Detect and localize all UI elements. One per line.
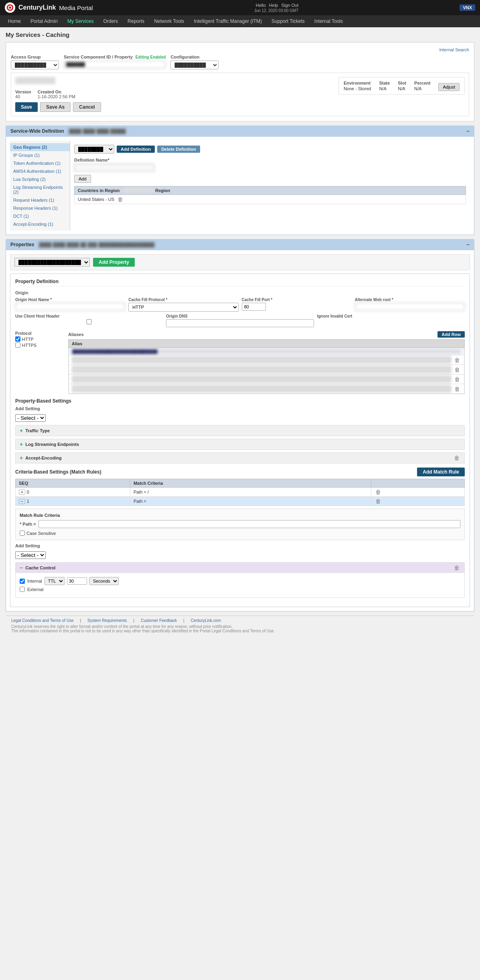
nav-reports[interactable]: Reports: [123, 15, 149, 27]
nav-internal-tools[interactable]: Internal Tools: [310, 15, 348, 27]
https-checkbox[interactable]: [15, 342, 20, 348]
footer-links: Legal Conditions and Terms of Use | Syst…: [11, 618, 469, 623]
delete-definition-button[interactable]: Delete Definition: [157, 146, 200, 153]
cache-control-body: Internal TTL 30 Seconds Minutes Hours Da…: [16, 573, 464, 597]
origin-dns-input[interactable]: [166, 319, 314, 327]
origin-host-input[interactable]: [15, 303, 125, 311]
page-title: My Services - Caching: [6, 31, 474, 38]
cache-fill-port-input[interactable]: 80: [242, 303, 266, 311]
add-row-button[interactable]: Add Row: [437, 331, 465, 338]
ttl-unit-select[interactable]: Seconds Minutes Hours Days: [89, 577, 119, 585]
criteria-add-setting-select[interactable]: - Select -: [15, 551, 46, 559]
nav-home[interactable]: Home: [3, 15, 26, 27]
footer-notice: CenturyLink reserves the right to alter …: [11, 624, 469, 629]
nav-orders[interactable]: Orders: [98, 15, 123, 27]
adjust-button[interactable]: Adjust: [438, 83, 460, 91]
match-criteria-1: Path =: [130, 497, 371, 506]
properties-content: ████████████████████ Add Property Proper…: [6, 250, 474, 611]
internal-checkbox[interactable]: [20, 579, 25, 584]
ttl-type-select[interactable]: TTL: [45, 577, 65, 585]
sidebar-item-log-streaming[interactable]: Log Streaming Endpoints (2): [10, 183, 70, 196]
sidebar-item-dct[interactable]: DCT (1): [10, 212, 70, 220]
log-streaming-header[interactable]: + Log Streaming Endpoints: [16, 439, 464, 450]
case-sensitive-checkbox[interactable]: [20, 530, 25, 536]
delete-alias-4[interactable]: 🗑: [454, 386, 461, 392]
delete-country-button[interactable]: 🗑: [117, 196, 124, 202]
nav-support-tickets[interactable]: Support Tickets: [267, 15, 310, 27]
access-group-select[interactable]: ██████████: [11, 61, 59, 69]
sidebar-item-request-headers[interactable]: Request Headers (1): [10, 196, 70, 204]
service-component-label: Service Component ID / Property Editing …: [64, 55, 166, 59]
footer-link-feedback[interactable]: Customer Feedback: [141, 618, 177, 623]
delete-alias-1[interactable]: 🗑: [454, 357, 461, 363]
alias-input-1[interactable]: [72, 356, 451, 363]
cache-control-header[interactable]: − Cache Control 🗑: [16, 563, 464, 573]
nav-itm[interactable]: Intelligent Traffic Manager (ITM): [189, 15, 267, 27]
delete-match-rule-1[interactable]: 🗑: [375, 498, 382, 504]
footer-link-centurylink[interactable]: CenturyLink.com: [191, 618, 221, 623]
definition-name-input[interactable]: [74, 164, 154, 172]
sidebar-item-accept-encoding[interactable]: Accept-Encoding (1): [10, 220, 70, 228]
config-card: Internal Search Access Group ██████████ …: [6, 42, 474, 121]
main-navigation: Home Portal Admin My Services Orders Rep…: [0, 15, 480, 27]
accept-encoding-expand-icon[interactable]: +: [20, 455, 23, 461]
path-input[interactable]: [38, 520, 460, 528]
swd-layout: Geo Regions (2) IP Groups (1) Token Auth…: [10, 141, 470, 231]
swd-collapse-icon[interactable]: −: [466, 128, 470, 134]
pbs-select-container: - Select -: [15, 414, 465, 422]
sidebar-item-lua[interactable]: Lua Scripting (2): [10, 175, 70, 183]
origin-title: Origin: [15, 290, 465, 295]
property-based-settings: Property-Based Settings Add Setting - Se…: [15, 398, 465, 464]
nav-my-services[interactable]: My Services: [63, 15, 98, 27]
traffic-type-expand-icon[interactable]: +: [20, 427, 23, 434]
configuration-select[interactable]: ██████████: [170, 61, 219, 69]
expand-row-1[interactable]: −: [19, 499, 25, 504]
property-select[interactable]: ████████████████████: [14, 258, 90, 267]
sidebar-item-aws4[interactable]: AWS4 Authentication (1): [10, 167, 70, 175]
sidebar-item-ip-groups[interactable]: IP Groups (1): [10, 151, 70, 159]
properties-collapse-icon[interactable]: −: [466, 241, 470, 248]
delete-cache-control[interactable]: 🗑: [453, 565, 460, 571]
delete-alias-2[interactable]: 🗑: [454, 366, 461, 373]
sidebar-item-geo-regions[interactable]: Geo Regions (2): [10, 143, 70, 151]
add-country-button[interactable]: Add: [74, 175, 91, 183]
nav-portal-admin[interactable]: Portal Admin: [26, 15, 63, 27]
cancel-button[interactable]: Cancel: [73, 102, 101, 112]
add-property-button[interactable]: Add Property: [93, 258, 135, 267]
traffic-type-header[interactable]: + Traffic Type: [16, 425, 464, 436]
sidebar-item-response-headers[interactable]: Response Headers (1): [10, 204, 70, 212]
ttl-value-input[interactable]: 30: [67, 577, 87, 585]
internal-search-link[interactable]: Internal Search: [11, 47, 469, 52]
sidebar-item-token-auth[interactable]: Token Authentication (1): [10, 159, 70, 167]
footer-link-legal[interactable]: Legal Conditions and Terms of Use: [11, 618, 73, 623]
svg-point-2: [9, 6, 11, 8]
alias-input-2[interactable]: [72, 366, 451, 373]
save-as-button[interactable]: Save As: [40, 102, 71, 112]
help-link[interactable]: Help: [269, 3, 278, 8]
version-title: [15, 77, 55, 84]
log-streaming-expand-icon[interactable]: +: [20, 441, 23, 447]
alias-input-4[interactable]: [72, 385, 451, 392]
save-button[interactable]: Save: [15, 102, 38, 112]
pbs-add-setting-select[interactable]: - Select -: [15, 414, 46, 422]
http-checkbox[interactable]: [15, 336, 20, 342]
add-definition-button[interactable]: Add Definition: [117, 146, 155, 153]
footer-link-system[interactable]: System Requirements: [87, 618, 127, 623]
delete-match-rule-0[interactable]: 🗑: [375, 489, 382, 495]
accept-encoding-header[interactable]: + Accept-Encoding 🗑: [16, 453, 464, 463]
cache-control-collapse-icon[interactable]: −: [20, 565, 23, 571]
definition-select[interactable]: ████████: [74, 145, 114, 154]
add-match-rule-button[interactable]: Add Match Rule: [417, 468, 465, 476]
expand-row-0[interactable]: +: [19, 490, 25, 495]
alt-web-root-input[interactable]: [355, 303, 465, 311]
use-client-host-checkbox[interactable]: [15, 319, 163, 324]
delete-alias-3[interactable]: 🗑: [454, 376, 461, 383]
service-component-input[interactable]: [64, 61, 166, 69]
cache-fill-protocol-select[interactable]: HTTP HTTPS: [128, 303, 238, 312]
external-checkbox[interactable]: [20, 587, 25, 592]
signout-link[interactable]: Sign Out: [281, 3, 298, 8]
delete-accept-encoding[interactable]: 🗑: [453, 455, 460, 461]
header-right: Hello Help Sign Out Jun 12, 2020 03:00 G…: [254, 3, 299, 13]
alias-input-3[interactable]: [72, 376, 451, 383]
nav-network-tools[interactable]: Network Tools: [149, 15, 189, 27]
